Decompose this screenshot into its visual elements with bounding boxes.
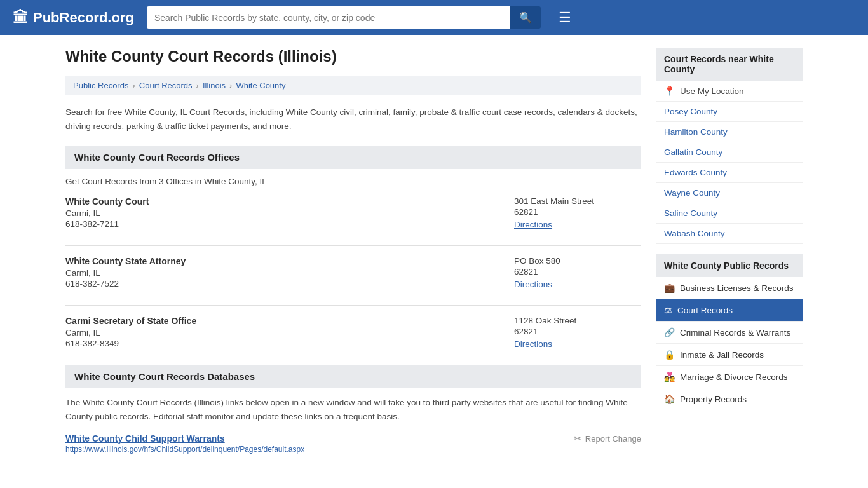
- report-icon: ✂: [574, 433, 581, 444]
- office-directions-2[interactable]: Directions: [514, 280, 552, 289]
- search-input[interactable]: [147, 6, 510, 29]
- sidebar-record-property-label: Property Records: [680, 395, 747, 404]
- office-entry-2: White County State Attorney Carmi, IL 61…: [65, 256, 641, 290]
- main-content: White County Court Records (Illinois) Pu…: [65, 48, 641, 454]
- marriage-icon: 💑: [664, 372, 675, 382]
- sidebar-nearby-header: Court Records near White County: [656, 48, 803, 81]
- sidebar-item-gallatin[interactable]: Gallatin County: [656, 142, 803, 163]
- breadcrumb-illinois[interactable]: Illinois: [203, 81, 226, 90]
- location-icon: 📍: [664, 86, 675, 96]
- sidebar-item-saline[interactable]: Saline County: [656, 203, 803, 224]
- page-title: White County Court Records (Illinois): [65, 48, 641, 65]
- search-button[interactable]: 🔍: [510, 6, 541, 29]
- sidebar-record-property[interactable]: 🏠 Property Records: [656, 388, 803, 410]
- office-name-3: Carmi Secretary of State Office: [65, 316, 514, 326]
- db-entry-title-1[interactable]: White County Child Support Warrants: [65, 433, 304, 444]
- sidebar-item-wabash[interactable]: Wabash County: [656, 224, 803, 244]
- divider-1: [65, 245, 641, 246]
- criminal-icon: 🔗: [664, 327, 675, 337]
- report-change-label: Report Change: [585, 434, 641, 444]
- sidebar-record-court[interactable]: ⚖ Court Records: [656, 299, 803, 322]
- db-entry-1: White County Child Support Warrants http…: [65, 433, 304, 454]
- office-phone-3: 618-382-8349: [65, 339, 514, 348]
- sidebar-item-posey[interactable]: Posey County: [656, 102, 803, 122]
- office-directions-3[interactable]: Directions: [514, 339, 552, 349]
- office-address-1: 301 East Main Street: [514, 196, 641, 206]
- search-bar: 🔍: [147, 6, 541, 29]
- sidebar-nearby-list: 📍 Use My Location Posey County Hamilton …: [656, 81, 803, 244]
- sidebar-record-criminal[interactable]: 🔗 Criminal Records & Warrants: [656, 322, 803, 344]
- databases-section-header: White County Court Records Databases: [65, 365, 641, 388]
- main-wrapper: White County Court Records (Illinois) Pu…: [53, 35, 815, 466]
- use-my-location-label: Use My Location: [680, 86, 744, 96]
- office-city-2: Carmi, IL: [65, 268, 514, 278]
- sidebar-record-list: 💼 Business Licenses & Records ⚖ Court Re…: [656, 277, 803, 410]
- office-entry-1: White County Court Carmi, IL 618-382-721…: [65, 196, 641, 230]
- office-city-1: Carmi, IL: [65, 208, 514, 218]
- report-change-button[interactable]: ✂ Report Change: [574, 433, 641, 444]
- office-phone-2: 618-382-7522: [65, 279, 514, 288]
- office-name-1: White County Court: [65, 196, 514, 207]
- office-zip-3: 62821: [514, 327, 641, 336]
- menu-button[interactable]: ☰: [559, 10, 571, 26]
- sidebar-record-criminal-label: Criminal Records & Warrants: [680, 328, 790, 337]
- breadcrumb-public-records[interactable]: Public Records: [73, 81, 128, 90]
- sidebar-record-marriage-label: Marriage & Divorce Records: [680, 372, 788, 382]
- sidebar-item-hamilton[interactable]: Hamilton County: [656, 122, 803, 142]
- office-entry-3: Carmi Secretary of State Office Carmi, I…: [65, 316, 641, 349]
- offices-section-header: White County Court Records Offices: [65, 146, 641, 169]
- court-icon: ⚖: [664, 305, 672, 315]
- logo-text: PubRecord.org: [33, 10, 134, 26]
- office-zip-2: 62821: [514, 267, 641, 276]
- site-header: 🏛 PubRecord.org 🔍 ☰: [0, 0, 868, 35]
- logo-icon: 🏛: [13, 9, 28, 27]
- divider-2: [65, 305, 641, 306]
- sidebar-record-business[interactable]: 💼 Business Licenses & Records: [656, 277, 803, 299]
- sidebar: Court Records near White County 📍 Use My…: [656, 48, 803, 454]
- breadcrumb-court-records[interactable]: Court Records: [139, 81, 193, 90]
- office-city-3: Carmi, IL: [65, 328, 514, 337]
- inmate-icon: 🔒: [664, 349, 675, 360]
- db-entry-row: White County Child Support Warrants http…: [65, 433, 641, 454]
- sidebar-record-marriage[interactable]: 💑 Marriage & Divorce Records: [656, 366, 803, 388]
- sidebar-record-inmate-label: Inmate & Jail Records: [680, 350, 764, 360]
- office-phone-1: 618-382-7211: [65, 219, 514, 229]
- sidebar-record-inmate[interactable]: 🔒 Inmate & Jail Records: [656, 344, 803, 366]
- databases-desc: The White County Court Records (Illinois…: [65, 396, 641, 423]
- sidebar-use-location[interactable]: 📍 Use My Location: [656, 81, 803, 102]
- sidebar-item-edwards[interactable]: Edwards County: [656, 163, 803, 183]
- sidebar-record-court-label: Court Records: [677, 306, 733, 315]
- property-icon: 🏠: [664, 394, 675, 404]
- offices-subtext: Get Court Records from 3 Offices in Whit…: [65, 177, 641, 186]
- sidebar-public-records-header: White County Public Records: [656, 254, 803, 277]
- breadcrumb-white-county[interactable]: White County: [236, 81, 285, 90]
- office-address-2: PO Box 580: [514, 256, 641, 266]
- logo[interactable]: 🏛 PubRecord.org: [13, 9, 134, 27]
- db-entry-url-1: https://www.illinois.gov/hfs/ChildSuppor…: [65, 445, 304, 454]
- office-directions-1[interactable]: Directions: [514, 220, 552, 229]
- business-icon: 💼: [664, 283, 675, 293]
- office-name-2: White County State Attorney: [65, 256, 514, 266]
- office-zip-1: 62821: [514, 207, 641, 217]
- office-address-3: 1128 Oak Street: [514, 316, 641, 325]
- sidebar-record-business-label: Business Licenses & Records: [680, 283, 794, 293]
- intro-text: Search for free White County, IL Court R…: [65, 105, 641, 133]
- breadcrumb: Public Records › Court Records › Illinoi…: [65, 76, 641, 95]
- sidebar-item-wayne[interactable]: Wayne County: [656, 183, 803, 203]
